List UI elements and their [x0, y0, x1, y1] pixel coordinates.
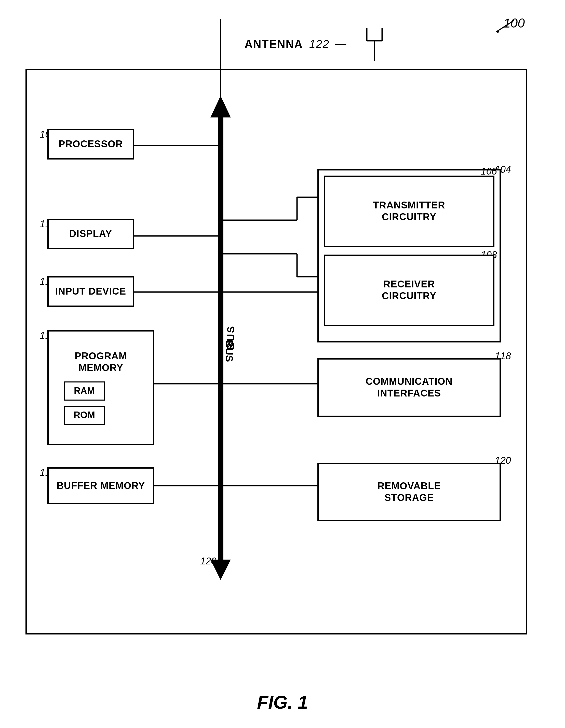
comm-interfaces-box: COMMUNICATION INTERFACES [317, 358, 501, 417]
input-device-box: INPUT DEVICE [47, 276, 134, 307]
svg-marker-7 [211, 96, 231, 117]
page: 100 ANTENNA 122 — BUS [0, 0, 565, 728]
receiver-box: RECEIVER CIRCUITRY [324, 255, 494, 326]
ram-box: RAM [64, 381, 105, 401]
bus-label: BUS [225, 325, 237, 350]
buffer-memory-box: BUFFER MEMORY [47, 467, 154, 504]
processor-box: PROCESSOR [47, 129, 134, 160]
ref-120-bus: 120 [200, 556, 216, 567]
main-diagram-box: BUS [25, 69, 527, 634]
antenna-line-svg [27, 19, 526, 73]
transmitter-box: TRANSMITTER CIRCUITRY [324, 176, 494, 247]
ref-106: 106 [481, 166, 497, 177]
figure-label: FIG. 1 [257, 692, 308, 713]
rom-box: ROM [64, 406, 105, 425]
radio-module-box: 106 TRANSMITTER CIRCUITRY 108 RECEIVER C… [317, 169, 501, 342]
program-memory-box: PROGRAM MEMORY RAM ROM [47, 330, 154, 445]
display-box: DISPLAY [47, 219, 134, 249]
removable-storage-box: REMOVABLE STORAGE [317, 463, 501, 521]
